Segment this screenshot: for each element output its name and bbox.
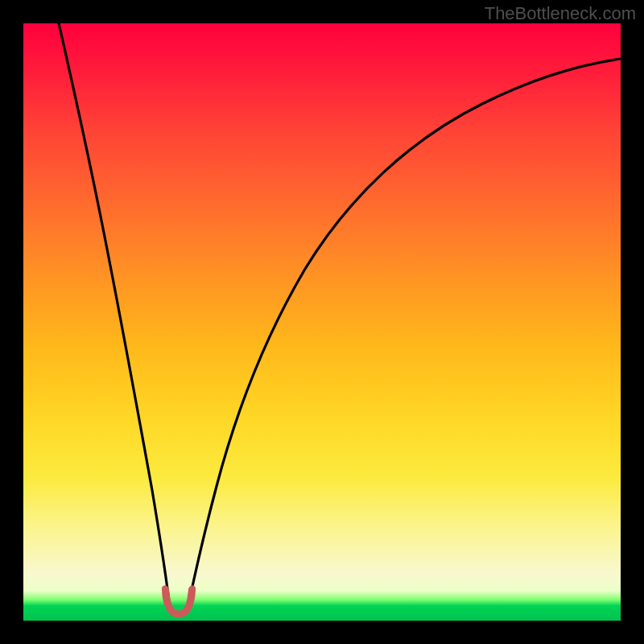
curve-left-branch: [59, 23, 170, 609]
chart-curves: [23, 23, 621, 621]
chart-plot-area: [23, 23, 621, 621]
valley-blob-icon: [162, 585, 196, 617]
watermark-text: TheBottleneck.com: [485, 3, 636, 24]
curve-right-branch: [188, 59, 621, 609]
chart-frame: TheBottleneck.com: [0, 0, 644, 644]
